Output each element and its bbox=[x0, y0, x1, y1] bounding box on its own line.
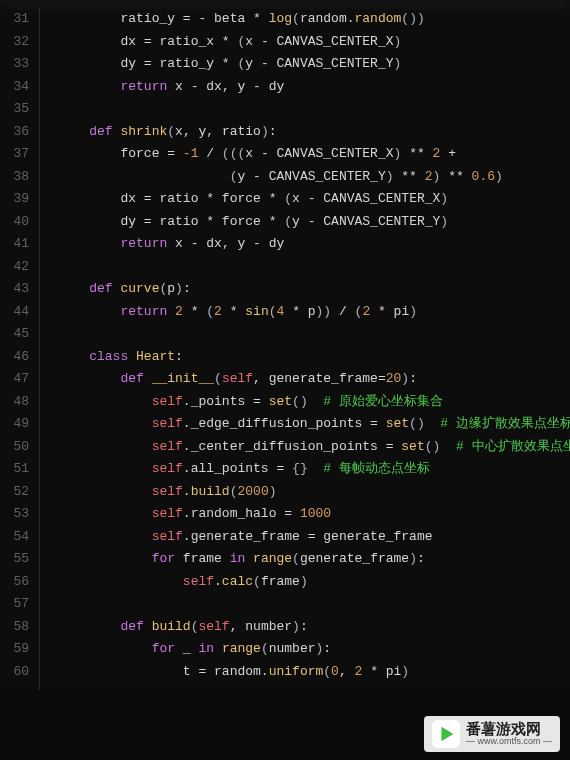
code-line[interactable]: def shrink(x, y, ratio): bbox=[58, 121, 570, 144]
line-number: 43 bbox=[0, 278, 29, 301]
line-number: 33 bbox=[0, 53, 29, 76]
code-line[interactable] bbox=[58, 98, 570, 121]
code-line[interactable]: dy = ratio_y * (y - CANVAS_CENTER_Y) bbox=[58, 53, 570, 76]
code-line[interactable]: force = -1 / (((x - CANVAS_CENTER_X) ** … bbox=[58, 143, 570, 166]
code-line[interactable]: for _ in range(number): bbox=[58, 638, 570, 661]
line-number-gutter: 3132333435363738394041424344454647484950… bbox=[0, 8, 40, 690]
code-content[interactable]: ratio_y = - beta * log(random.random()) … bbox=[40, 8, 570, 690]
code-line[interactable]: return x - dx, y - dy bbox=[58, 233, 570, 256]
line-number: 60 bbox=[0, 661, 29, 684]
code-line[interactable]: self._edge_diffusion_points = set() # 边缘… bbox=[58, 413, 570, 436]
line-number: 40 bbox=[0, 211, 29, 234]
svg-marker-0 bbox=[441, 727, 453, 742]
code-line[interactable] bbox=[58, 256, 570, 279]
line-number: 53 bbox=[0, 503, 29, 526]
line-number: 34 bbox=[0, 76, 29, 99]
code-line[interactable]: class Heart: bbox=[58, 346, 570, 369]
line-number: 47 bbox=[0, 368, 29, 391]
watermark: 番薯游戏网 — www.omtfs.com — bbox=[424, 716, 560, 752]
code-line[interactable]: def build(self, number): bbox=[58, 616, 570, 639]
code-line[interactable] bbox=[58, 323, 570, 346]
line-number: 45 bbox=[0, 323, 29, 346]
code-line[interactable]: self.calc(frame) bbox=[58, 571, 570, 594]
line-number: 41 bbox=[0, 233, 29, 256]
watermark-logo-icon bbox=[432, 720, 460, 748]
line-number: 37 bbox=[0, 143, 29, 166]
code-line[interactable]: def __init__(self, generate_frame=20): bbox=[58, 368, 570, 391]
line-number: 50 bbox=[0, 436, 29, 459]
line-number: 57 bbox=[0, 593, 29, 616]
watermark-title: 番薯游戏网 bbox=[466, 721, 552, 738]
code-line[interactable]: self.generate_frame = generate_frame bbox=[58, 526, 570, 549]
code-line[interactable]: dx = ratio_x * (x - CANVAS_CENTER_X) bbox=[58, 31, 570, 54]
code-line[interactable] bbox=[58, 593, 570, 616]
code-line[interactable]: (y - CANVAS_CENTER_Y) ** 2) ** 0.6) bbox=[58, 166, 570, 189]
line-number: 52 bbox=[0, 481, 29, 504]
line-number: 58 bbox=[0, 616, 29, 639]
code-editor[interactable]: 3132333435363738394041424344454647484950… bbox=[0, 0, 570, 690]
code-line[interactable]: self._center_diffusion_points = set() # … bbox=[58, 436, 570, 459]
line-number: 54 bbox=[0, 526, 29, 549]
line-number: 46 bbox=[0, 346, 29, 369]
code-line[interactable]: self._points = set() # 原始爱心坐标集合 bbox=[58, 391, 570, 414]
line-number: 39 bbox=[0, 188, 29, 211]
code-line[interactable]: self.random_halo = 1000 bbox=[58, 503, 570, 526]
line-number: 56 bbox=[0, 571, 29, 594]
code-line[interactable]: def curve(p): bbox=[58, 278, 570, 301]
watermark-url: — www.omtfs.com — bbox=[466, 737, 552, 747]
line-number: 35 bbox=[0, 98, 29, 121]
line-number: 55 bbox=[0, 548, 29, 571]
line-number: 59 bbox=[0, 638, 29, 661]
line-number: 31 bbox=[0, 8, 29, 31]
code-line[interactable]: return 2 * (2 * sin(4 * p)) / (2 * pi) bbox=[58, 301, 570, 324]
code-line[interactable]: ratio_y = - beta * log(random.random()) bbox=[58, 8, 570, 31]
line-number: 44 bbox=[0, 301, 29, 324]
code-line[interactable]: dy = ratio * force * (y - CANVAS_CENTER_… bbox=[58, 211, 570, 234]
code-line[interactable]: for frame in range(generate_frame): bbox=[58, 548, 570, 571]
line-number: 49 bbox=[0, 413, 29, 436]
code-line[interactable]: self.all_points = {} # 每帧动态点坐标 bbox=[58, 458, 570, 481]
code-line[interactable]: t = random.uniform(0, 2 * pi) bbox=[58, 661, 570, 684]
line-number: 32 bbox=[0, 31, 29, 54]
line-number: 42 bbox=[0, 256, 29, 279]
code-line[interactable]: return x - dx, y - dy bbox=[58, 76, 570, 99]
line-number: 36 bbox=[0, 121, 29, 144]
line-number: 38 bbox=[0, 166, 29, 189]
code-line[interactable]: dx = ratio * force * (x - CANVAS_CENTER_… bbox=[58, 188, 570, 211]
line-number: 48 bbox=[0, 391, 29, 414]
code-line[interactable]: self.build(2000) bbox=[58, 481, 570, 504]
line-number: 51 bbox=[0, 458, 29, 481]
